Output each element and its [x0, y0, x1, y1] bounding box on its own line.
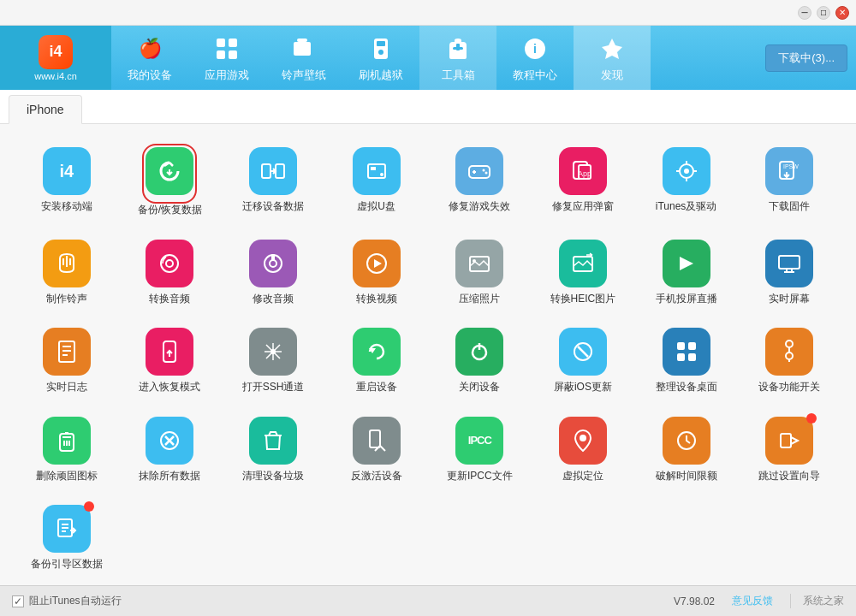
nav-jailbreak[interactable]: 刷机越狱 — [342, 26, 419, 90]
svg-text:App: App — [578, 169, 591, 178]
svg-rect-40 — [779, 256, 800, 269]
maximize-btn[interactable]: □ — [817, 6, 830, 20]
fix-popup-label: 修复应用弹窗 — [552, 200, 614, 214]
version-label: V7.98.02 — [674, 595, 715, 607]
svg-rect-33 — [271, 254, 275, 261]
backup-guide-label: 备份引导区数据 — [31, 558, 103, 572]
tool-backup-guide[interactable]: 备份引导区数据 — [17, 498, 116, 578]
migrate-data-icon — [249, 147, 297, 195]
organize-desktop-icon — [663, 328, 710, 376]
tool-realtime-log[interactable]: 实时日志 — [17, 321, 116, 401]
fake-location-icon — [559, 417, 607, 465]
svg-point-51 — [786, 341, 793, 347]
nav-apps-games[interactable]: 应用游戏 — [188, 26, 265, 90]
tool-phone-cast[interactable]: 手机投屏直播 — [637, 233, 736, 313]
clean-junk-icon — [249, 417, 297, 465]
tool-fix-popup[interactable]: App修复应用弹窗 — [533, 137, 633, 224]
tool-erase-data[interactable]: 抹除所有数据 — [121, 410, 220, 490]
nav-tutorial[interactable]: i 教程中心 — [496, 26, 574, 90]
tool-convert-audio[interactable]: 转换音频 — [121, 233, 220, 313]
tool-device-functions[interactable]: 设备功能开关 — [740, 321, 839, 401]
migrate-data-label: 迁移设备数据 — [242, 200, 304, 214]
footer-logo: 系统之家 — [790, 594, 844, 608]
itunes-driver-label: iTunes及驱动 — [656, 200, 717, 214]
nav-discover[interactable]: 发现 — [574, 26, 651, 90]
svg-rect-48 — [688, 342, 696, 350]
tool-download-firmware[interactable]: IPSW下载固件 — [740, 137, 839, 224]
svg-rect-7 — [377, 41, 385, 46]
tool-organize-desktop[interactable]: 整理设备桌面 — [637, 321, 736, 401]
tool-update-ipcc[interactable]: IPCC更新IPCC文件 — [431, 410, 530, 490]
logo-url: www.i4.cn — [34, 71, 77, 81]
feedback-link[interactable]: 意见反馈 — [732, 594, 773, 608]
tool-edit-audio[interactable]: 修改音频 — [223, 233, 323, 313]
tool-fake-location[interactable]: 虚拟定位 — [533, 410, 633, 490]
logo[interactable]: i4 www.i4.cn — [0, 26, 111, 90]
tool-convert-video[interactable]: 转换视频 — [327, 233, 426, 313]
compress-photo-icon — [455, 240, 503, 287]
tab-iphone[interactable]: iPhone — [9, 95, 82, 124]
virtual-udisk-icon — [353, 147, 401, 195]
svg-point-30 — [166, 260, 173, 267]
tool-fix-game[interactable]: 修复游戏失效 — [431, 137, 530, 224]
update-ipcc-icon: IPCC — [455, 417, 503, 465]
convert-heic-icon — [559, 240, 607, 287]
device-functions-icon — [765, 328, 813, 376]
tool-compress-photo[interactable]: 压缩照片 — [431, 233, 530, 313]
tool-realtime-screen[interactable]: 实时屏幕 — [740, 233, 839, 313]
nav-ringtones-label: 铃声壁纸 — [282, 68, 326, 83]
realtime-log-icon — [43, 328, 91, 376]
svg-point-21 — [485, 172, 488, 175]
nav-my-device[interactable]: 🍎 我的设备 — [111, 26, 188, 90]
tool-make-ringtone[interactable]: 制作铃声 — [17, 233, 116, 313]
svg-point-32 — [270, 260, 276, 267]
download-firmware-icon: IPSW — [765, 147, 813, 195]
make-ringtone-icon — [43, 240, 91, 287]
nav-toolbox[interactable]: 工具箱 — [419, 26, 496, 90]
tools-grid: i4安装移动端备份/恢复数据迁移设备数据虚拟U盘修复游戏失效App修复应用弹窗i… — [17, 137, 839, 578]
svg-rect-17 — [371, 167, 376, 170]
edit-audio-label: 修改音频 — [253, 293, 294, 306]
break-time-label: 破解时间限额 — [656, 470, 717, 483]
tool-restart-device[interactable]: 重启设备 — [327, 321, 426, 401]
backup-restore-icon — [146, 147, 193, 195]
minimize-btn[interactable]: ─ — [798, 6, 811, 20]
svg-text:i: i — [533, 42, 537, 56]
tool-block-ios-update[interactable]: 屏蔽iOS更新 — [533, 321, 633, 401]
svg-marker-39 — [680, 257, 693, 270]
svg-point-26 — [684, 169, 689, 174]
nav-ringtones[interactable]: 铃声壁纸 — [265, 26, 342, 90]
tool-convert-heic[interactable]: 转换HEIC图片 — [533, 233, 633, 313]
skip-setup-icon — [765, 417, 813, 465]
tool-migrate-data[interactable]: 迁移设备数据 — [223, 137, 323, 224]
tool-skip-setup[interactable]: 跳过设置向导 — [740, 410, 839, 490]
deactivate-icon — [353, 417, 401, 465]
block-ios-update-label: 屏蔽iOS更新 — [554, 381, 612, 394]
close-btn[interactable]: ✕ — [835, 6, 849, 20]
nav-my-device-label: 我的设备 — [128, 68, 172, 83]
svg-rect-47 — [677, 342, 685, 350]
tool-delete-icon[interactable]: 删除顽固图标 — [17, 410, 116, 490]
tool-shutdown-device[interactable]: 关闭设备 — [431, 321, 530, 401]
convert-audio-label: 转换音频 — [149, 293, 190, 306]
restart-device-label: 重启设备 — [356, 381, 397, 394]
tool-recovery-mode[interactable]: 进入恢复模式 — [121, 321, 220, 401]
download-button[interactable]: 下载中(3)... — [765, 44, 847, 72]
svg-rect-55 — [370, 430, 380, 447]
tool-open-ssh[interactable]: 打开SSH通道 — [223, 321, 323, 401]
tool-itunes-driver[interactable]: iTunes及驱动 — [637, 137, 736, 224]
tool-install-app[interactable]: i4安装移动端 — [17, 137, 116, 224]
tool-deactivate[interactable]: 反激活设备 — [327, 410, 426, 490]
topnav: i4 www.i4.cn 🍎 我的设备 应用游戏 铃声壁纸 刷机越狱 — [0, 26, 856, 90]
tool-break-time[interactable]: 破解时间限额 — [637, 410, 736, 490]
open-ssh-icon — [249, 328, 297, 376]
svg-point-37 — [473, 259, 476, 263]
tool-backup-restore[interactable]: 备份/恢复数据 — [121, 137, 220, 224]
itunes-driver-icon — [663, 147, 710, 195]
svg-point-52 — [786, 352, 793, 359]
tool-clean-junk[interactable]: 清理设备垃圾 — [223, 410, 323, 490]
recovery-mode-label: 进入恢复模式 — [139, 381, 200, 394]
break-time-icon — [663, 417, 710, 465]
tool-virtual-udisk[interactable]: 虚拟U盘 — [327, 137, 426, 224]
itunes-autorun-checkbox[interactable]: ✓ — [12, 595, 24, 607]
